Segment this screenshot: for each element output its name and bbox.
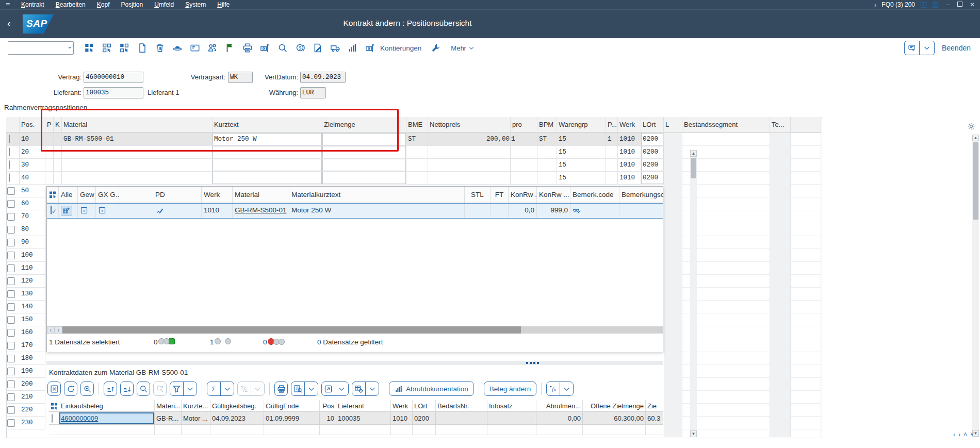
chevron-down-icon[interactable] (335, 382, 348, 395)
column-header[interactable]: LOrt (641, 117, 664, 132)
table-cell[interactable]: 10 (320, 412, 336, 425)
row-checkbox[interactable] (7, 393, 15, 401)
grid-column-header[interactable]: STL (465, 187, 491, 203)
position-row-selector[interactable]: 150 (6, 313, 45, 326)
column-header[interactable]: Einkaufsbeleg (59, 400, 155, 412)
table-cell[interactable]: 1010 (391, 412, 413, 425)
row-select-cell[interactable] (6, 172, 20, 184)
hat-icon[interactable] (172, 43, 183, 53)
table-cell[interactable]: 4600000009 (59, 412, 155, 425)
mail-icon[interactable] (190, 43, 200, 53)
grid-column-header[interactable]: Materialkurztext (289, 187, 465, 203)
material-link[interactable]: GB-RM-S500-01 (235, 206, 287, 214)
column-header[interactable]: Kurztext (213, 117, 322, 132)
column-header[interactable]: Te... (770, 117, 791, 132)
table-row[interactable]: 10GB-RM-S500-01Motor 250 WST200,001ST151… (6, 133, 664, 146)
position-row-selector[interactable]: 160 (6, 326, 45, 339)
position-row-selector[interactable]: 190 (6, 365, 45, 378)
table-cell[interactable]: 60.3 (646, 412, 663, 425)
table-cell[interactable]: 0200 (641, 159, 664, 171)
statistics-chart-icon[interactable] (348, 43, 358, 53)
column-header[interactable]: BedarfsNr. (436, 400, 487, 412)
column-header[interactable]: Offene Zielmenge (583, 400, 646, 412)
table-cell[interactable]: ST (537, 133, 557, 145)
row-checkbox[interactable] (7, 239, 15, 246)
table-cell[interactable]: 40 (20, 172, 45, 184)
table-cell[interactable]: 15 (557, 172, 606, 184)
find-button[interactable] (137, 381, 150, 396)
search-icon[interactable] (277, 43, 288, 53)
table-cell[interactable]: GB-R... (155, 412, 182, 425)
sort-asc-button[interactable] (104, 381, 117, 396)
scroll-up-icon[interactable]: ▲ (690, 150, 697, 157)
scroll-right-icon[interactable]: › (958, 431, 960, 438)
grid-column-header[interactable]: GX G... (96, 187, 119, 203)
pd-cell[interactable] (119, 204, 202, 218)
row-checkbox[interactable] (7, 277, 15, 285)
scroll-right-icon[interactable]: › (55, 326, 62, 334)
delivery-truck-icon[interactable] (330, 43, 340, 53)
scroll-up-icon[interactable]: ˄ (963, 431, 967, 438)
column-header[interactable]: pro (511, 117, 537, 132)
lieferant-field[interactable] (84, 87, 143, 98)
grid-settings-button[interactable] (352, 381, 379, 396)
grid-column-header[interactable]: FT (491, 187, 509, 203)
sum-button[interactable]: Σ (207, 381, 234, 396)
grid-column-header[interactable]: Bemerk.code (570, 187, 619, 203)
grid-settings-icon[interactable] (352, 382, 365, 395)
row-checkbox[interactable] (7, 213, 15, 221)
row-select-cell[interactable] (6, 133, 20, 145)
export-button[interactable] (321, 381, 349, 396)
filter-icon[interactable] (170, 382, 183, 395)
scroll-up-icon[interactable]: ▲ (972, 135, 979, 141)
refresh-button[interactable] (64, 381, 77, 396)
sum-icon[interactable]: Σ (207, 382, 220, 395)
row-checkbox[interactable] (9, 135, 10, 143)
row-checkbox[interactable] (7, 380, 15, 388)
select-block-outline-icon[interactable] (102, 43, 112, 53)
chevron-down-icon[interactable] (560, 382, 573, 395)
position-row-selector[interactable]: 200 (6, 378, 45, 391)
grid-plus-icon[interactable] (61, 206, 72, 216)
row-checkbox[interactable] (7, 187, 15, 195)
position-row-selector[interactable]: 110 (6, 262, 45, 275)
select-block-filled-icon[interactable] (85, 43, 95, 53)
row-checkbox[interactable] (7, 329, 15, 337)
position-row-selector[interactable]: 60 (6, 197, 45, 210)
scroll-down-icon[interactable]: ▼ (690, 430, 697, 437)
table-row[interactable]: 201510100200 (6, 146, 664, 159)
expand-chevron-icon[interactable]: › (874, 1, 876, 9)
print-icon[interactable] (242, 43, 253, 53)
menu-item-bearbeiten[interactable]: Bearbeiten (56, 1, 86, 8)
fx-button[interactable]: fx (546, 381, 574, 396)
position-row-selector[interactable]: 100 (6, 249, 45, 262)
chevron-down-icon[interactable] (183, 382, 197, 395)
mehr-button[interactable]: Mehr (451, 44, 475, 52)
row-checkbox-cell[interactable] (47, 204, 59, 218)
column-header[interactable]: Material (62, 117, 213, 132)
table-cell[interactable]: 1 (511, 133, 537, 145)
position-row-selector[interactable]: 220 (6, 404, 45, 417)
scroll-left-icon[interactable]: ‹ (953, 431, 955, 438)
menu-item-position[interactable]: Position (121, 1, 143, 8)
row-checkbox[interactable] (7, 290, 15, 298)
column-header[interactable]: Infosatz (487, 400, 536, 412)
table-row[interactable]: 401510100200 (6, 172, 664, 185)
row-checkbox[interactable] (51, 206, 52, 214)
position-row-selector[interactable]: 80 (6, 223, 45, 236)
column-header[interactable]: Zielmenge (322, 117, 406, 132)
close-box-button[interactable] (47, 381, 61, 396)
table-settings-gear-icon[interactable] (967, 122, 975, 132)
position-row-selector[interactable]: 140 (6, 301, 45, 313)
position-row-selector[interactable]: 90 (6, 236, 45, 249)
menu-item-system[interactable]: System (185, 1, 206, 8)
row-checkbox[interactable] (9, 173, 10, 182)
table-cell[interactable]: 1010 (618, 146, 641, 158)
table-cell[interactable]: 30 (20, 159, 45, 171)
waehrung-field[interactable] (300, 87, 326, 98)
view-list-icon[interactable] (291, 382, 304, 395)
table-cell[interactable]: 15 (557, 146, 606, 158)
column-header[interactable]: K (54, 117, 62, 132)
scroll-down-icon[interactable]: ˅ (970, 431, 974, 438)
delete-trash-icon[interactable] (155, 43, 165, 53)
